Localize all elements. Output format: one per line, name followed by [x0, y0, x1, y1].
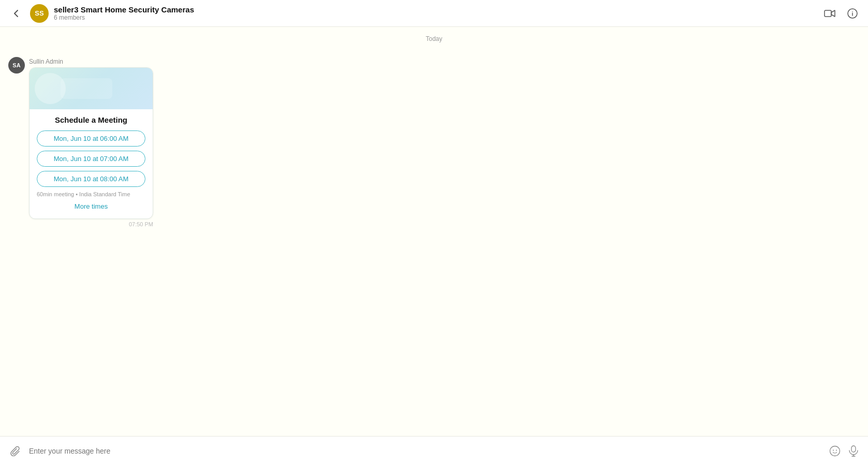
sender-avatar: SA	[8, 57, 25, 74]
emoji-button[interactable]	[829, 445, 841, 457]
chat-title: seller3 Smart Home Security Cameras	[54, 5, 822, 14]
input-right-icons	[829, 445, 860, 457]
svg-rect-0	[825, 10, 831, 17]
date-divider: Today	[8, 27, 860, 49]
message-input[interactable]	[29, 447, 822, 455]
card-banner	[30, 68, 153, 109]
message-timestamp: 07:50 PM	[29, 221, 153, 227]
chat-header: SS seller3 Smart Home Security Cameras 6…	[0, 0, 868, 27]
header-actions	[822, 6, 860, 21]
video-call-button[interactable]	[822, 6, 837, 21]
header-info: seller3 Smart Home Security Cameras 6 me…	[54, 5, 822, 21]
group-avatar: SS	[30, 4, 49, 23]
meeting-meta: 60min meeting • India Standard Time	[37, 191, 145, 197]
time-slot-3[interactable]: Mon, Jun 10 at 08:00 AM	[37, 171, 145, 187]
time-slot-2[interactable]: Mon, Jun 10 at 07:00 AM	[37, 151, 145, 167]
message-input-area	[0, 436, 868, 465]
svg-point-3	[830, 446, 840, 456]
svg-point-2	[852, 11, 853, 12]
svg-point-5	[836, 449, 837, 451]
more-times-link[interactable]: More times	[37, 201, 145, 212]
card-title: Schedule a Meeting	[37, 115, 145, 124]
back-button[interactable]	[8, 5, 25, 22]
schedule-meeting-card: Schedule a Meeting Mon, Jun 10 at 06:00 …	[29, 67, 153, 219]
message-group: SA Sullin Admin Schedule a Meeting Mon, …	[8, 49, 860, 227]
chat-area: Today SA Sullin Admin Schedule a Meeting…	[0, 27, 868, 436]
message-content: Sullin Admin Schedule a Meeting Mon, Jun…	[29, 49, 153, 227]
sender-name: Sullin Admin	[29, 58, 153, 65]
mic-button[interactable]	[847, 445, 860, 457]
attach-button[interactable]	[8, 444, 23, 458]
card-body: Schedule a Meeting Mon, Jun 10 at 06:00 …	[30, 109, 153, 219]
svg-rect-6	[851, 446, 856, 452]
member-count: 6 members	[54, 14, 822, 21]
time-slot-1[interactable]: Mon, Jun 10 at 06:00 AM	[37, 130, 145, 147]
svg-point-4	[833, 449, 834, 451]
info-button[interactable]	[845, 6, 860, 21]
